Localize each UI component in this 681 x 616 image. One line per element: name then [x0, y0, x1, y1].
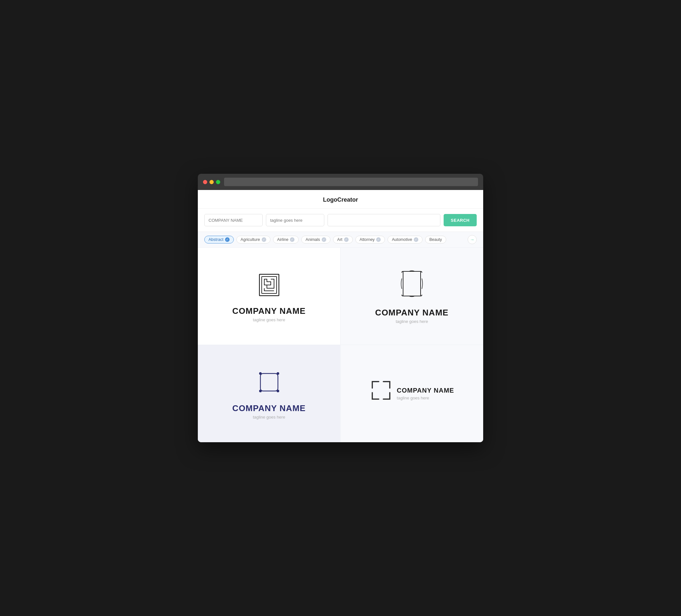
- logo-card-3[interactable]: COMPANY NAME tagline goes here: [198, 345, 340, 442]
- svg-rect-2: [403, 272, 421, 296]
- filter-chip-airline[interactable]: Airline ✓: [273, 236, 299, 243]
- filter-label-animals: Animals: [305, 237, 320, 242]
- filter-label-attorney: Attorney: [360, 237, 375, 242]
- logo-card-4[interactable]: COMPANY NAME tagline goes here: [340, 345, 483, 442]
- filter-chip-automotive[interactable]: Automotive ✓: [387, 236, 423, 243]
- check-icon-art: ✓: [344, 237, 349, 242]
- search-button[interactable]: SEARCH: [444, 214, 477, 226]
- maximize-button[interactable]: [216, 180, 220, 184]
- tagline-input[interactable]: [266, 214, 324, 226]
- logo-card-2[interactable]: COMPANY NAME tagline goes here: [340, 248, 483, 345]
- filter-label-art: Art: [337, 237, 343, 242]
- filter-label-airline: Airline: [277, 237, 288, 242]
- check-icon-automotive: ✓: [414, 237, 418, 242]
- svg-point-7: [277, 390, 279, 392]
- filter-label-agriculture: Agriculture: [241, 237, 260, 242]
- logo-icon-1: [255, 271, 284, 301]
- filter-chip-attorney[interactable]: Attorney ✓: [355, 236, 385, 243]
- minimize-button[interactable]: [209, 180, 214, 184]
- logo-icon-2: [397, 269, 426, 303]
- app-header: LogoCreator: [198, 190, 483, 209]
- filter-chip-abstract[interactable]: Abstract ✓: [204, 236, 234, 243]
- check-icon-agriculture: ✓: [262, 237, 266, 242]
- tagline-3: tagline goes here: [253, 415, 285, 419]
- browser-window: LogoCreator SEARCH Abstract ✓ Agricultur…: [198, 174, 483, 442]
- company-name-1: COMPANY NAME: [232, 306, 305, 316]
- svg-point-4: [259, 372, 262, 375]
- check-icon-abstract: ✓: [225, 237, 230, 242]
- check-icon-airline: ✓: [290, 237, 295, 242]
- browser-chrome: [198, 174, 483, 190]
- svg-rect-3: [260, 374, 278, 391]
- logo-icon-3: [255, 368, 284, 398]
- logo-grid: COMPANY NAME tagline goes here: [198, 248, 483, 442]
- tagline-1: tagline goes here: [253, 317, 285, 322]
- traffic-lights: [203, 180, 220, 184]
- filter-chip-animals[interactable]: Animals ✓: [301, 236, 330, 243]
- app-content: LogoCreator SEARCH Abstract ✓ Agricultur…: [198, 190, 483, 442]
- address-bar[interactable]: [224, 178, 478, 186]
- tagline-2: tagline goes here: [396, 319, 428, 324]
- logo-inline-4: COMPANY NAME tagline goes here: [370, 379, 454, 408]
- logo4-text-group: COMPANY NAME tagline goes here: [397, 387, 454, 401]
- company-name-2: COMPANY NAME: [375, 308, 449, 318]
- extra-search-input[interactable]: [328, 214, 440, 226]
- company-name-input[interactable]: [204, 214, 263, 226]
- filter-label-abstract: Abstract: [208, 237, 223, 242]
- close-button[interactable]: [203, 180, 207, 184]
- company-name-3: COMPANY NAME: [232, 403, 305, 413]
- filter-bar: Abstract ✓ Agriculture ✓ Airline ✓ Anima…: [198, 232, 483, 248]
- svg-point-5: [277, 372, 279, 375]
- filter-chip-agriculture[interactable]: Agriculture ✓: [236, 236, 271, 243]
- filter-label-beauty: Beauty: [429, 237, 442, 242]
- search-bar: SEARCH: [198, 209, 483, 232]
- logo-icon-4: [370, 379, 393, 403]
- company-name-4: COMPANY NAME: [397, 387, 454, 394]
- filter-label-automotive: Automotive: [392, 237, 412, 242]
- check-icon-animals: ✓: [322, 237, 326, 242]
- svg-point-6: [259, 390, 262, 392]
- filter-next-arrow[interactable]: →: [468, 235, 477, 244]
- check-icon-attorney: ✓: [376, 237, 381, 242]
- tagline-4: tagline goes here: [397, 395, 454, 401]
- filter-chip-art[interactable]: Art ✓: [333, 236, 353, 243]
- logo-card-1[interactable]: COMPANY NAME tagline goes here: [198, 248, 340, 345]
- app-title: LogoCreator: [323, 197, 358, 203]
- filter-chip-beauty[interactable]: Beauty: [425, 236, 446, 243]
